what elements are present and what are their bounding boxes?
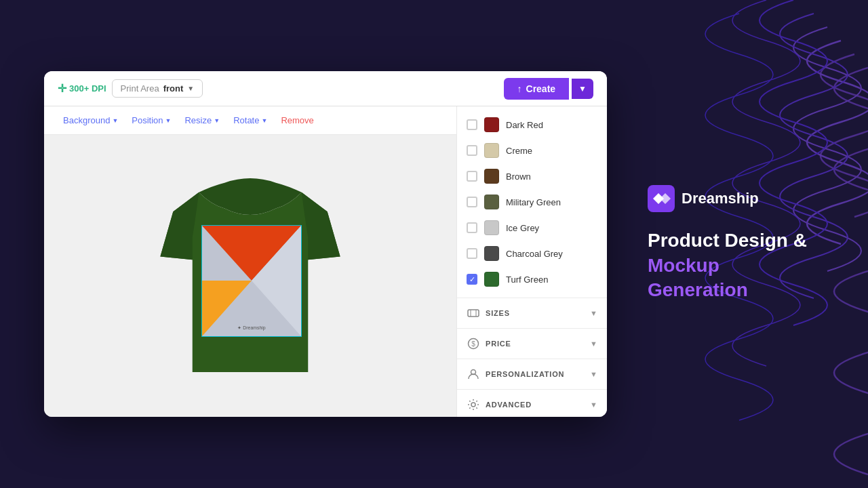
branding-panel: Dreamship Product Design & Mockup Genera…: [648, 185, 824, 302]
section-label: SIZES: [486, 309, 510, 317]
print-area-value: front: [163, 83, 184, 94]
sections-container: SIZES▼$PRICE▼PERSONALIZATION▼ADVANCED▼: [457, 298, 607, 417]
section-row-left: ADVANCED: [467, 398, 532, 411]
color-swatch: [484, 272, 499, 287]
app-card: ✛ 300+ DPI Print Area front ▼ ↑ Create ▼: [44, 71, 607, 417]
color-name: Military Green: [506, 197, 561, 207]
tagline-line1: Product Design &: [648, 228, 824, 253]
color-item[interactable]: Charcoal Grey: [457, 241, 607, 266]
color-checkbox[interactable]: [467, 248, 477, 259]
color-name: Creme: [506, 146, 532, 156]
rotate-label: Rotate: [233, 115, 259, 125]
color-checkbox[interactable]: [467, 119, 477, 130]
section-row-left: $PRICE: [467, 337, 511, 350]
section-label: PRICE: [486, 340, 511, 348]
color-swatch: [484, 246, 499, 261]
background-chevron-icon: ▼: [112, 117, 118, 124]
position-chevron-icon: ▼: [165, 117, 172, 124]
sizes-icon: [467, 306, 480, 320]
color-swatch: [484, 195, 499, 209]
dreamship-brand: Dreamship: [648, 185, 824, 212]
color-item[interactable]: Dark Red: [457, 112, 607, 138]
svg-text:$: $: [471, 340, 475, 348]
section-label: PERSONALIZATION: [486, 370, 564, 378]
create-label: Create: [526, 83, 556, 94]
price-icon: $: [467, 337, 480, 350]
canvas-panel: Background ▼ Position ▼ Resize ▼ Rotate …: [44, 106, 456, 417]
toolbar-left: ✛ 300+ DPI Print Area front ▼: [58, 79, 203, 98]
dpi-icon: ✛: [58, 82, 66, 95]
print-area-button[interactable]: Print Area front ▼: [112, 79, 203, 98]
color-checkbox[interactable]: [467, 222, 477, 233]
dpi-badge: ✛ 300+ DPI: [58, 82, 106, 95]
color-checkbox[interactable]: [467, 171, 477, 182]
color-swatch: [484, 220, 499, 235]
print-area-label: Print Area: [121, 83, 159, 94]
advanced-icon: [467, 398, 480, 411]
section-label: ADVANCED: [486, 401, 532, 409]
section-chevron-icon: ▼: [590, 340, 597, 348]
section-row-personalization[interactable]: PERSONALIZATION▼: [457, 359, 607, 389]
color-swatch: [484, 117, 499, 132]
canvas-area: ✦ Dreamship: [44, 135, 456, 417]
section-row-left: PERSONALIZATION: [467, 367, 564, 381]
section-row-left: SIZES: [467, 306, 510, 320]
color-name: Dark Red: [506, 120, 543, 130]
color-swatch: [484, 143, 499, 158]
rotate-chevron-icon: ▼: [261, 117, 267, 124]
color-name: Ice Grey: [506, 223, 539, 233]
design-canvas: ✦ Dreamship: [202, 226, 301, 336]
section-chevron-icon: ▼: [590, 370, 597, 378]
personalization-icon: [467, 367, 480, 381]
dreamship-logo-icon: [648, 185, 675, 212]
remove-button[interactable]: Remove: [275, 113, 319, 128]
options-panel: Dark RedCremeBrownMilitary GreenIce Grey…: [456, 106, 607, 417]
brand-tagline: Product Design & Mockup Generation: [648, 228, 824, 302]
section-row-advanced[interactable]: ADVANCED▼: [457, 389, 607, 417]
design-overlay: ✦ Dreamship: [201, 225, 302, 337]
tshirt-mockup: ✦ Dreamship: [142, 154, 359, 398]
section-row-price[interactable]: $PRICE▼: [457, 328, 607, 359]
toolbar: ✛ 300+ DPI Print Area front ▼ ↑ Create ▼: [44, 71, 607, 106]
position-button[interactable]: Position ▼: [126, 113, 176, 128]
section-chevron-icon: ▼: [590, 401, 597, 409]
color-checkbox[interactable]: [467, 274, 477, 285]
color-checkbox[interactable]: [467, 197, 477, 207]
resize-label: Resize: [184, 115, 212, 125]
color-checkbox[interactable]: [467, 145, 477, 156]
svg-rect-5: [468, 310, 479, 317]
create-dropdown-button[interactable]: ▼: [572, 79, 593, 99]
color-list: Dark RedCremeBrownMilitary GreenIce Grey…: [457, 106, 607, 298]
background-label: Background: [63, 115, 110, 125]
dropdown-chevron-icon: ▼: [578, 84, 587, 94]
svg-point-9: [471, 403, 475, 407]
canvas-toolbar: Background ▼ Position ▼ Resize ▼ Rotate …: [44, 106, 456, 135]
color-name: Brown: [506, 171, 531, 182]
dreamship-name: Dreamship: [682, 190, 759, 207]
remove-label: Remove: [281, 115, 313, 125]
color-item[interactable]: Creme: [457, 138, 607, 163]
svg-text:✦ Dreamship: ✦ Dreamship: [237, 325, 265, 331]
position-label: Position: [132, 115, 163, 125]
color-name: Turf Green: [506, 274, 548, 285]
create-button[interactable]: ↑ Create: [504, 78, 570, 100]
color-item[interactable]: Military Green: [457, 189, 607, 215]
rotate-button[interactable]: Rotate ▼: [228, 113, 273, 128]
content-area: Background ▼ Position ▼ Resize ▼ Rotate …: [44, 106, 607, 417]
color-item[interactable]: Ice Grey: [457, 215, 607, 241]
resize-chevron-icon: ▼: [214, 117, 220, 124]
resize-button[interactable]: Resize ▼: [179, 113, 225, 128]
section-row-sizes[interactable]: SIZES▼: [457, 298, 607, 328]
upload-icon: ↑: [517, 83, 522, 94]
print-area-chevron: ▼: [187, 85, 194, 92]
section-chevron-icon: ▼: [590, 309, 597, 317]
color-swatch: [484, 169, 499, 184]
dpi-label: 300+ DPI: [69, 83, 106, 94]
color-item[interactable]: Turf Green: [457, 266, 607, 292]
color-name: Charcoal Grey: [506, 249, 563, 259]
tagline-line2: Mockup Generation: [648, 253, 824, 303]
color-item[interactable]: Brown: [457, 163, 607, 189]
background-button[interactable]: Background ▼: [58, 113, 123, 128]
toolbar-right: ↑ Create ▼: [504, 78, 593, 100]
